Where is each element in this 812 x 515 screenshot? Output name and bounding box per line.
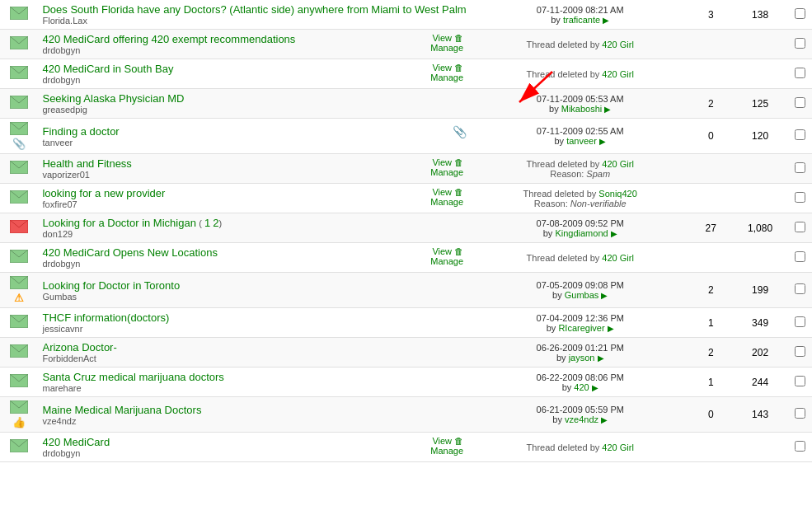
- thread-checkbox[interactable]: [795, 316, 805, 327]
- view-link[interactable]: View 🗑: [417, 246, 463, 256]
- thread-checkbox[interactable]: [795, 38, 805, 49]
- envelope-icon: [10, 254, 28, 265]
- views-cell: 143: [733, 397, 787, 433]
- thread-checkbox[interactable]: [795, 346, 805, 357]
- deleted-by-link[interactable]: Soniq420: [598, 189, 637, 199]
- thread-author: drdobgyn: [42, 448, 110, 458]
- thread-checkbox[interactable]: [795, 97, 805, 108]
- thread-title-link[interactable]: Finding a doctor: [42, 125, 119, 138]
- thread-title-cell: THCF information(doctors)jessicavnr: [37, 308, 472, 338]
- thread-icon-cell: [0, 59, 37, 89]
- thread-title-link[interactable]: 420 MediCard Opens New Locations: [42, 246, 217, 259]
- last-poster-link[interactable]: RIcaregiver: [558, 323, 604, 333]
- thread-title-link[interactable]: Seeking Alaska Physician MD: [42, 92, 184, 105]
- thread-title-link[interactable]: 420 MediCard offering 420 exempt recomme…: [42, 33, 295, 45]
- thread-title-link[interactable]: Health and Fitness: [42, 157, 131, 170]
- thread-checkbox[interactable]: [795, 8, 805, 19]
- thread-title-link[interactable]: Santa Cruz medical marijuana doctors: [42, 371, 223, 383]
- envelope-icon: [10, 100, 28, 111]
- manage-link[interactable]: Manage: [417, 167, 463, 177]
- thread-cell-wrapper: looking for a new providerfoxfire07 View…: [42, 187, 467, 209]
- checkbox-cell: [787, 154, 812, 184]
- deleted-by-link[interactable]: 420 Girl: [602, 442, 634, 452]
- thread-title-link[interactable]: Does South Florida have any Doctors? (At…: [42, 3, 466, 16]
- manage-link[interactable]: Manage: [417, 43, 463, 53]
- views-cell: 349: [733, 308, 787, 338]
- view-link[interactable]: View 🗑: [417, 436, 463, 446]
- manage-link[interactable]: Manage: [417, 73, 463, 82]
- thread-icon-cell: [0, 184, 37, 213]
- views-cell: [733, 433, 787, 462]
- thread-title-link[interactable]: Arizona Doctor-: [42, 341, 116, 353]
- last-post-cell: Thread deleted by Soniq420Reason: Non-ve…: [472, 184, 688, 213]
- deleted-info: Thread deleted by 420 Girl: [476, 40, 683, 49]
- thread-checkbox[interactable]: [795, 162, 805, 173]
- thread-title-link[interactable]: Maine Medical Marijuana Doctors: [42, 404, 201, 416]
- thread-checkbox[interactable]: [795, 441, 805, 452]
- thread-title-link[interactable]: THCF information(doctors): [42, 311, 169, 324]
- thread-title-cell: Does South Florida have any Doctors? (At…: [37, 0, 472, 30]
- view-link[interactable]: View 🗑: [417, 157, 463, 167]
- envelope-icon: [10, 280, 28, 292]
- view-link[interactable]: View 🗑: [417, 187, 463, 197]
- manage-link[interactable]: Manage: [417, 256, 463, 266]
- thread-icon-cell: [0, 368, 37, 397]
- page-link-2[interactable]: 2: [213, 217, 218, 229]
- page-link-1[interactable]: 1: [204, 217, 210, 229]
- view-link[interactable]: View 🗑: [417, 33, 463, 43]
- thread-icon-cell: 📎: [0, 119, 37, 154]
- thread-checkbox[interactable]: [795, 68, 805, 78]
- envelope-icon: [10, 224, 28, 236]
- thread-actions-right: View 🗑 Manage: [417, 157, 467, 177]
- view-count: 138: [752, 9, 768, 21]
- thread-title-cell: Looking for Doctor in TorontoGumbas: [37, 273, 472, 308]
- thread-actions-right: View 🗑 Manage: [417, 33, 467, 53]
- thread-title-link[interactable]: Looking for a Doctor in Michigan: [42, 217, 195, 229]
- thread-checkbox[interactable]: [795, 376, 805, 386]
- replies-cell: 1: [688, 368, 733, 397]
- table-row: ⚠Looking for Doctor in TorontoGumbas 07-…: [0, 273, 812, 308]
- thread-title-link[interactable]: Looking for Doctor in Toronto: [42, 279, 180, 292]
- last-poster-link[interactable]: traficante: [563, 15, 600, 25]
- thread-icon-cell: [0, 433, 37, 462]
- thread-checkbox[interactable]: [795, 222, 805, 232]
- manage-link[interactable]: Manage: [417, 446, 463, 456]
- thread-title-link[interactable]: 420 MediCard: [42, 436, 110, 448]
- thread-actions-right: View 🗑 Manage: [417, 63, 467, 82]
- last-poster-link[interactable]: Kingdiamond: [555, 228, 608, 238]
- last-poster-link[interactable]: vze4ndz: [565, 414, 598, 424]
- last-poster-link[interactable]: 420: [574, 382, 589, 392]
- thread-checkbox[interactable]: [795, 129, 805, 140]
- view-link[interactable]: View 🗑: [417, 63, 463, 73]
- table-row: THCF information(doctors)jessicavnr 07-0…: [0, 308, 812, 338]
- deleted-by-link[interactable]: 420 Girl: [602, 159, 634, 169]
- last-poster-link[interactable]: tanveer: [566, 136, 597, 146]
- thread-title-link[interactable]: 420 MediCard in South Bay: [42, 63, 173, 75]
- thread-icon-cell: [0, 30, 37, 59]
- thread-title-link[interactable]: looking for a new provider: [42, 187, 165, 199]
- deleted-by-link[interactable]: 420 Girl: [602, 40, 634, 49]
- thread-checkbox[interactable]: [795, 192, 805, 203]
- thread-checkbox[interactable]: [795, 283, 805, 294]
- last-poster-link[interactable]: Mikaboshi: [561, 104, 603, 114]
- manage-link[interactable]: Manage: [417, 197, 463, 207]
- thread-cell-wrapper: Health and Fitnessvaporizer01 View 🗑 Man…: [42, 157, 467, 180]
- checkbox-cell: [787, 213, 812, 243]
- deleted-info: Thread deleted by Soniq420Reason: Non-ve…: [476, 189, 683, 208]
- replies-cell: 27: [688, 213, 733, 243]
- last-poster-link[interactable]: Gumbas: [565, 290, 599, 300]
- deleted-by-link[interactable]: 420 Girl: [602, 69, 634, 79]
- envelope-icon: [10, 126, 28, 138]
- views-cell: [733, 30, 787, 59]
- last-post-cell: Thread deleted by 420 Girl: [472, 59, 688, 89]
- thread-checkbox[interactable]: [795, 408, 805, 419]
- checkbox-cell: [787, 368, 812, 397]
- thread-cell-wrapper: 420 MediCard offering 420 exempt recomme…: [42, 33, 467, 55]
- replies-cell: [688, 30, 733, 59]
- thread-text-left: 420 MediCard Opens New Locationsdrdobgyn: [42, 246, 217, 269]
- table-row: Does South Florida have any Doctors? (At…: [0, 0, 812, 30]
- deleted-by-link[interactable]: 420 Girl: [602, 253, 634, 263]
- table-row: Santa Cruz medical marijuana doctorsmare…: [0, 368, 812, 397]
- last-poster-link[interactable]: jayson: [569, 353, 595, 363]
- thread-checkbox[interactable]: [795, 251, 805, 262]
